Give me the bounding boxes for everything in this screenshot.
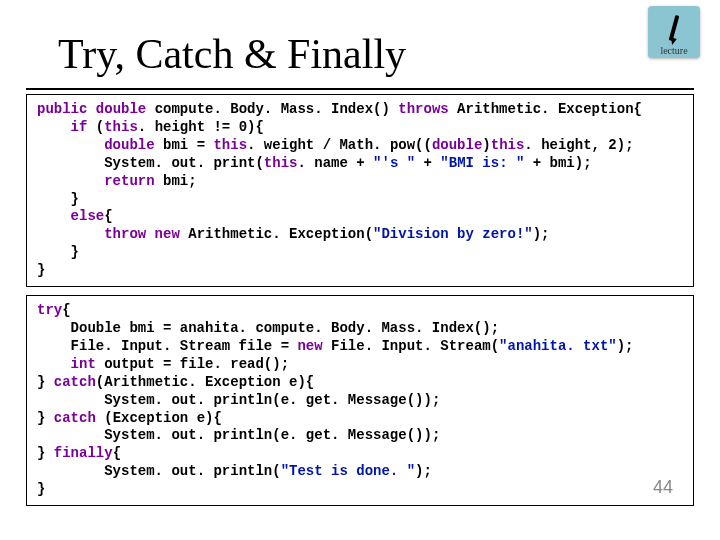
code: System. — [104, 463, 171, 479]
kw: new — [297, 338, 322, 354]
code: Double bmi = anahita. compute. Body. Mas… — [71, 320, 499, 336]
kw: catch — [54, 374, 96, 390]
code: output = file. read(); — [96, 356, 289, 372]
code: + — [415, 155, 440, 171]
code: Arithmetic. Exception{ — [449, 101, 642, 117]
code: . height, 2); — [524, 137, 633, 153]
code: System. — [104, 392, 171, 408]
code: . print( — [197, 155, 264, 171]
code: } — [37, 262, 45, 278]
code: out — [171, 463, 196, 479]
kw: this — [491, 137, 525, 153]
code: bmi = — [155, 137, 214, 153]
kw: else — [71, 208, 105, 224]
title-underline — [26, 88, 694, 90]
code: ( — [87, 119, 104, 135]
kw: if — [71, 119, 88, 135]
code: . println(e. get. Message()); — [197, 427, 441, 443]
kw: public — [37, 101, 87, 117]
code: File. Input. Stream( — [323, 338, 499, 354]
string: "Division by zero!" — [373, 226, 533, 242]
kw: finally — [54, 445, 113, 461]
code: pow — [390, 137, 415, 153]
kw: try — [37, 302, 62, 318]
code: { — [104, 208, 112, 224]
logo-badge: lecture — [648, 6, 700, 58]
kw: double — [87, 101, 146, 117]
code: (Exception e){ — [96, 410, 222, 426]
code: out — [171, 427, 196, 443]
code: . println( — [197, 463, 281, 479]
code: System. — [104, 427, 171, 443]
code: { — [113, 445, 121, 461]
code: } — [37, 374, 54, 390]
code: File. Input. Stream file = — [71, 338, 298, 354]
code: } — [37, 481, 45, 497]
kw: int — [71, 356, 96, 372]
kw: double — [432, 137, 482, 153]
kw: throw new — [104, 226, 180, 242]
code: bmi; — [155, 173, 197, 189]
code: ); — [415, 463, 432, 479]
string: "BMI is: " — [440, 155, 524, 171]
code-block-method: public double compute. Body. Mass. Index… — [26, 94, 694, 287]
code: ); — [533, 226, 550, 242]
code: (Arithmetic. Exception e){ — [96, 374, 314, 390]
string: "anahita. txt" — [499, 338, 617, 354]
code: out — [171, 392, 196, 408]
code: compute. Body. Mass. Index() — [146, 101, 398, 117]
code: + bmi); — [524, 155, 591, 171]
code: . println(e. get. Message()); — [197, 392, 441, 408]
code: out — [171, 155, 196, 171]
code: . weight / Math. — [247, 137, 390, 153]
kw: return — [104, 173, 154, 189]
string: "'s " — [373, 155, 415, 171]
kw: this — [104, 119, 138, 135]
code: } — [37, 410, 54, 426]
logo-text: lecture — [660, 45, 687, 56]
code-block-try: try{ Double bmi = anahita. compute. Body… — [26, 295, 694, 506]
code: } — [71, 244, 79, 260]
code: } — [71, 191, 79, 207]
code: . height != 0){ — [138, 119, 264, 135]
slide-title: Try, Catch & Finally — [58, 30, 720, 78]
code: { — [62, 302, 70, 318]
code: } — [37, 445, 54, 461]
kw: this — [264, 155, 298, 171]
code: ); — [617, 338, 634, 354]
code: Arithmetic. Exception( — [180, 226, 373, 242]
code: ) — [482, 137, 490, 153]
kw: throws — [398, 101, 448, 117]
code: System. — [104, 155, 171, 171]
slide-number: 44 — [653, 476, 673, 499]
kw: double — [104, 137, 154, 153]
string: "Test is done. " — [281, 463, 415, 479]
kw: catch — [54, 410, 96, 426]
code: (( — [415, 137, 432, 153]
kw: this — [213, 137, 247, 153]
code: . name + — [297, 155, 373, 171]
